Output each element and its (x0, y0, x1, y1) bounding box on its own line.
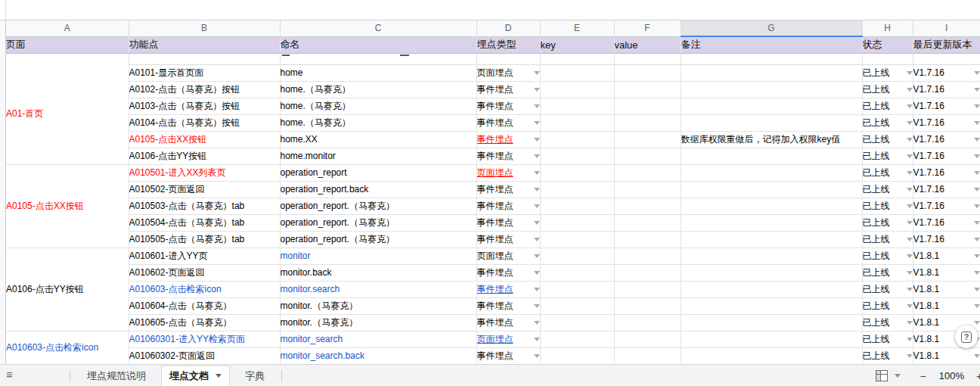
dropdown-caret-icon[interactable] (907, 288, 913, 291)
cell-name[interactable]: home.（马赛克） (280, 81, 476, 98)
cell-feature[interactable]: A010604-点击（马赛克） (129, 297, 280, 314)
dropdown-caret-icon[interactable] (534, 221, 540, 225)
dropdown-caret-icon[interactable] (534, 338, 540, 341)
cell-type[interactable]: 事件埋点 (476, 231, 540, 247)
cell-status[interactable]: 已上线 (862, 131, 913, 148)
cell-feature[interactable]: A0106-点击YY按钮 (129, 148, 280, 164)
cell-name[interactable]: home.（马赛克） (280, 114, 476, 131)
column-header-b[interactable]: B (129, 20, 280, 36)
cell-remark[interactable] (681, 198, 862, 214)
cell-value[interactable] (614, 331, 681, 347)
dropdown-caret-icon[interactable] (534, 171, 540, 175)
cell-type[interactable]: 事件埋点 (476, 98, 540, 114)
cell-name[interactable]: monitor_search.back (280, 347, 476, 364)
column-header-a[interactable]: A (6, 20, 129, 36)
cell-name[interactable]: monitor.（马赛克） (280, 314, 476, 331)
cell-status[interactable]: 已上线 (862, 264, 913, 281)
cell-feature[interactable]: A010605-点击（马赛克） (129, 314, 280, 331)
cell-value[interactable] (614, 347, 681, 364)
cell-status[interactable]: 已上线 (862, 347, 913, 364)
cell-version[interactable]: V1.7.16 (913, 148, 980, 164)
cell-version[interactable]: V1.8.1 (913, 264, 980, 281)
cell-status[interactable]: 已上线 (862, 297, 913, 314)
dropdown-caret-icon[interactable] (907, 188, 913, 191)
row-header-gutter[interactable] (0, 20, 6, 364)
dropdown-caret-icon[interactable] (534, 204, 540, 208)
cell-status[interactable]: 已上线 (862, 214, 913, 231)
cell-name[interactable]: monitor (280, 247, 476, 264)
cell-type[interactable]: 事件埋点 (476, 198, 540, 214)
cell-type[interactable]: 事件埋点 (476, 114, 540, 131)
dropdown-caret-icon[interactable] (907, 238, 913, 241)
merged-page-cell[interactable]: A010603-点击检索icon (6, 331, 129, 364)
cell-version[interactable]: V1.7.16 (913, 164, 980, 181)
cell-version[interactable]: V1.7.16 (913, 214, 980, 231)
cell-type[interactable]: 页面埋点 (476, 164, 540, 181)
dropdown-caret-icon[interactable] (907, 71, 913, 75)
cell-remark[interactable] (681, 64, 862, 81)
cell-feature[interactable]: A0102-点击（马赛克）按钮 (129, 81, 280, 98)
cell-key[interactable] (540, 331, 614, 347)
dropdown-caret-icon[interactable] (974, 71, 980, 75)
column-header-g[interactable]: G (681, 20, 862, 36)
cell-value[interactable] (614, 314, 681, 331)
dropdown-caret-icon[interactable] (974, 188, 980, 191)
dropdown-caret-icon[interactable] (974, 354, 980, 358)
cell-value[interactable] (614, 281, 681, 297)
cell-value[interactable] (614, 164, 681, 181)
dropdown-caret-icon[interactable] (974, 121, 980, 125)
cell-key[interactable] (540, 214, 614, 231)
cell-type[interactable]: 页面埋点 (476, 64, 540, 81)
cell-key[interactable] (540, 81, 614, 98)
column-header-c[interactable]: C (280, 20, 476, 36)
cell-key[interactable] (540, 148, 614, 164)
dropdown-caret-icon[interactable] (974, 288, 980, 291)
column-header-d[interactable]: D (476, 20, 540, 36)
cell-version[interactable]: V1.7.16 (913, 98, 980, 114)
cell-key[interactable] (540, 181, 614, 198)
all-sheets-icon[interactable]: ≡ (6, 368, 12, 381)
cell-remark[interactable] (681, 214, 862, 231)
column-header-e[interactable]: E (540, 20, 614, 36)
cell-value[interactable] (614, 148, 681, 164)
cell-key[interactable] (540, 98, 614, 114)
cell-status[interactable]: 已上线 (862, 164, 913, 181)
cell-feature[interactable]: A010501-进入XX列表页 (129, 164, 280, 181)
cell-type[interactable]: 事件埋点 (476, 281, 540, 297)
dropdown-caret-icon[interactable] (534, 271, 540, 275)
cell-feature[interactable]: A010503-点击（马赛克）tab (129, 198, 280, 214)
field-header-cell[interactable]: 页面 (6, 36, 129, 53)
cell-key[interactable] (540, 164, 614, 181)
cell-value[interactable] (614, 264, 681, 281)
cell-value[interactable] (614, 297, 681, 314)
dropdown-caret-icon[interactable] (907, 221, 913, 225)
dropdown-caret-icon[interactable] (974, 138, 980, 142)
column-header-f[interactable]: F (614, 20, 681, 36)
merged-page-cell[interactable]: A0105-点击XX按钮 (6, 164, 129, 247)
field-header-cell[interactable]: value (614, 36, 681, 53)
cell-status[interactable]: 已上线 (862, 281, 913, 297)
cell-status[interactable]: 已上线 (862, 331, 913, 347)
cell-version[interactable]: V1.7.16 (913, 81, 980, 98)
cell-version[interactable]: V1.7.16 (913, 198, 980, 214)
cell-feature[interactable]: A0104-点击（马赛克）按钮 (129, 114, 280, 131)
dropdown-caret-icon[interactable] (907, 88, 913, 92)
dropdown-caret-icon[interactable] (534, 288, 540, 291)
column-header-h[interactable]: H (862, 20, 913, 36)
cell-status[interactable]: 已上线 (862, 98, 913, 114)
cell-version[interactable]: V1.7.16 (913, 64, 980, 81)
cell-remark[interactable]: 数据库权限重做后，记得加入权限key值 (681, 131, 862, 148)
dropdown-caret-icon[interactable] (907, 321, 913, 325)
cell-name[interactable]: operation_report (280, 164, 476, 181)
dropdown-caret-icon[interactable] (974, 221, 980, 225)
dropdown-caret-icon[interactable] (907, 254, 913, 258)
cell-type[interactable]: 事件埋点 (476, 181, 540, 198)
cell-name[interactable]: home.（马赛克） (280, 98, 476, 114)
cell-type[interactable]: 事件埋点 (476, 314, 540, 331)
cell-type[interactable]: 事件埋点 (476, 131, 540, 148)
cell-status[interactable]: 已上线 (862, 231, 913, 247)
dropdown-caret-icon[interactable] (534, 154, 540, 158)
cell-version[interactable]: V1.7.16 (913, 131, 980, 148)
dropdown-caret-icon[interactable] (907, 121, 913, 125)
cell-value[interactable] (614, 231, 681, 247)
